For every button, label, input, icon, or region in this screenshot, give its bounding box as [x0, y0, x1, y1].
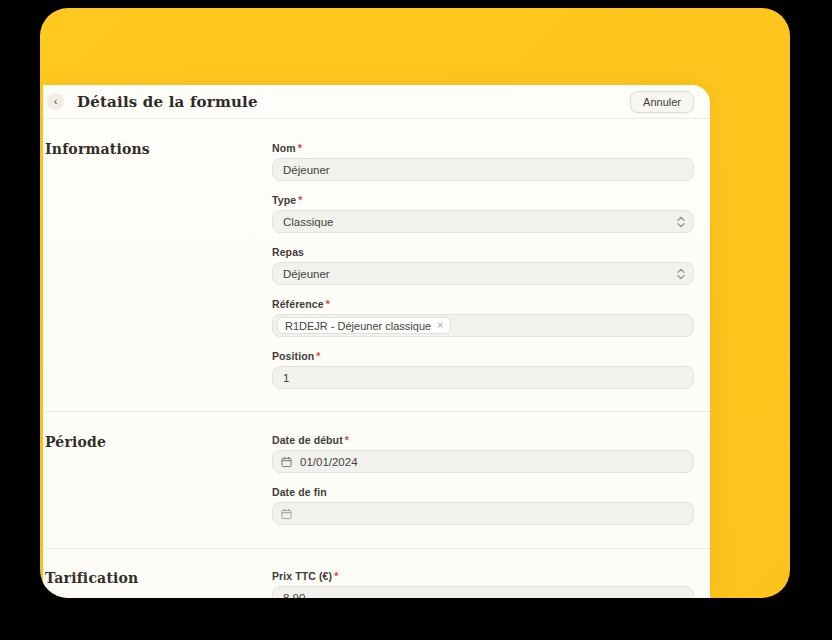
field-repas: Repas — [272, 246, 694, 285]
type-select[interactable] — [272, 210, 694, 233]
position-label: Position* — [272, 350, 694, 362]
section-informations: Informations Nom* Type* — [43, 119, 710, 412]
required-asterisk: * — [298, 194, 302, 206]
chevron-left-icon: ‹ — [54, 96, 58, 107]
date-fin-label: Date de fin — [272, 486, 694, 498]
type-label: Type* — [272, 194, 694, 206]
field-position: Position* — [272, 350, 694, 389]
field-date-fin: Date de fin — [272, 486, 694, 525]
periode-heading: Période — [45, 434, 272, 450]
back-button[interactable]: ‹ — [47, 93, 64, 110]
field-date-debut: Date de début* — [272, 434, 694, 473]
cancel-button[interactable]: Annuler — [630, 91, 694, 113]
nom-input[interactable] — [272, 158, 694, 181]
reference-tag-chip: R1DEJR - Déjeuner classique × — [277, 317, 451, 334]
reference-label: Référence* — [272, 298, 694, 310]
position-input[interactable] — [272, 366, 694, 389]
page-title: Détails de la formule — [77, 93, 258, 111]
tag-remove-icon[interactable]: × — [437, 321, 443, 331]
prix-ttc-input[interactable] — [272, 586, 694, 598]
required-asterisk: * — [334, 570, 338, 582]
panel-header: ‹ Détails de la formule Annuler — [43, 85, 710, 119]
formula-details-panel: ‹ Détails de la formule Annuler Informat… — [43, 85, 710, 598]
repas-select[interactable] — [272, 262, 694, 285]
required-asterisk: * — [326, 298, 330, 310]
reference-tags-input[interactable]: R1DEJR - Déjeuner classique × — [272, 314, 694, 337]
date-fin-input[interactable] — [272, 502, 694, 525]
repas-label: Repas — [272, 246, 694, 258]
reference-tag-text: R1DEJR - Déjeuner classique — [285, 320, 431, 332]
informations-heading: Informations — [45, 141, 272, 157]
date-debut-label: Date de début* — [272, 434, 694, 446]
date-debut-input[interactable] — [272, 450, 694, 473]
field-nom: Nom* — [272, 142, 694, 181]
section-tarification: Tarification Prix TTC (€)* — [43, 549, 710, 598]
app-card: ‹ Détails de la formule Annuler Informat… — [40, 8, 790, 598]
required-asterisk: * — [316, 350, 320, 362]
prix-ttc-label: Prix TTC (€)* — [272, 570, 694, 582]
nom-label: Nom* — [272, 142, 694, 154]
field-prix-ttc: Prix TTC (€)* — [272, 570, 694, 598]
required-asterisk: * — [298, 142, 302, 154]
section-periode: Période Date de début* Date de fin — [43, 412, 710, 549]
tarification-heading: Tarification — [45, 570, 272, 586]
field-reference: Référence* R1DEJR - Déjeuner classique × — [272, 298, 694, 337]
required-asterisk: * — [345, 434, 349, 446]
field-type: Type* — [272, 194, 694, 233]
